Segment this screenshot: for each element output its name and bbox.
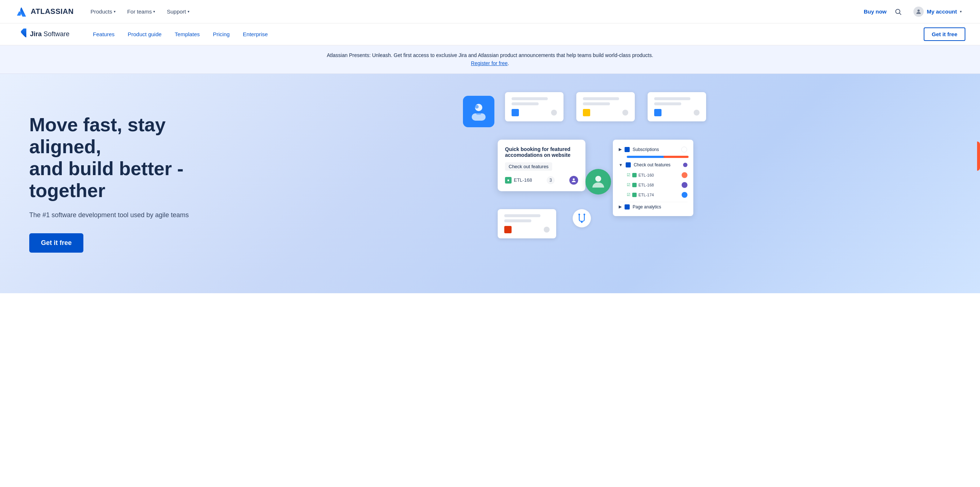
account-avatar-icon — [913, 6, 924, 17]
subscriptions-label: Subscriptions — [633, 147, 678, 152]
buy-now-link[interactable]: Buy now — [864, 8, 887, 14]
secondary-navigation: Jira Software Features Product guide Tem… — [0, 24, 980, 45]
account-button[interactable]: My account ▾ — [910, 5, 966, 19]
for-teams-chevron-icon: ▾ — [153, 10, 155, 14]
jira-software-name: Jira Software — [30, 30, 70, 38]
svg-point-0 — [896, 9, 900, 14]
announcement-text: Atlassian Presents: Unleash. Get first a… — [327, 52, 654, 58]
panel-etl-168: ☑ ETL-168 — [627, 181, 687, 189]
avatar-person-green — [585, 169, 611, 194]
nav-features[interactable]: Features — [87, 28, 120, 40]
jira-brand: Jira Software — [14, 29, 70, 40]
register-free-link[interactable]: Register for free — [471, 60, 508, 66]
products-chevron-icon: ▾ — [114, 10, 116, 14]
right-panel-card: ▶ Subscriptions ▼ Check out features — [613, 140, 693, 216]
nav-for-teams[interactable]: For teams ▾ — [122, 5, 161, 18]
panel-etl-160: ☑ ETL-160 — [627, 171, 687, 179]
top-navigation: ATLASSIAN Products ▾ For teams ▾ Support… — [0, 0, 980, 24]
etl-label: ETL-168 — [514, 177, 532, 183]
jira-card-1 — [505, 92, 563, 121]
etl-avatar — [570, 176, 578, 185]
search-button[interactable] — [892, 6, 904, 18]
panel-subscriptions-row: ▶ Subscriptions — [619, 145, 687, 154]
nav-enterprise[interactable]: Enterprise — [237, 28, 274, 40]
nav-templates[interactable]: Templates — [169, 28, 205, 40]
top-nav-right: Buy now My account ▾ — [864, 5, 966, 19]
announcement-banner: Atlassian Presents: Unleash. Get first a… — [0, 45, 980, 74]
check-features-label: Check out features — [634, 162, 680, 167]
jira-card-3 — [648, 92, 706, 121]
top-nav-links: Products ▾ For teams ▾ Support ▾ — [85, 5, 864, 18]
nav-products[interactable]: Products ▾ — [85, 5, 120, 18]
popup-card: Quick booking for featured accomodations… — [498, 140, 585, 191]
nav-pricing[interactable]: Pricing — [207, 28, 235, 40]
merge-icon — [573, 209, 591, 228]
panel-check-features-row: ▼ Check out features — [619, 161, 687, 169]
svg-line-1 — [900, 13, 901, 14]
avatar-person-blue — [463, 96, 495, 127]
page-analytics-label: Page analytics — [633, 204, 687, 210]
hero-content: Move fast, stay aligned,and build better… — [29, 114, 220, 253]
svg-point-10 — [579, 213, 580, 215]
support-chevron-icon: ▾ — [188, 10, 189, 14]
hero-headline: Move fast, stay aligned,and build better… — [29, 114, 220, 201]
svg-point-2 — [918, 10, 920, 12]
panel-etl-174: ☑ ETL-174 — [627, 191, 687, 199]
popup-label: Check out features — [505, 162, 552, 171]
nav-product-guide[interactable]: Product guide — [122, 28, 167, 40]
jira-logo-icon — [14, 29, 26, 40]
get-it-free-button-secondary[interactable]: Get it free — [924, 27, 966, 41]
jira-card-bottom — [498, 209, 556, 239]
orange-accent-bar — [977, 142, 980, 171]
svg-point-12 — [581, 221, 583, 223]
svg-rect-7 — [476, 112, 481, 115]
svg-point-9 — [595, 176, 601, 182]
account-chevron-icon: ▾ — [960, 10, 962, 14]
atlassian-logo-icon — [14, 5, 28, 18]
panel-expand-analytics-icon: ▶ — [619, 204, 622, 209]
panel-collapse-icon: ▼ — [619, 163, 623, 167]
atlassian-logo-text: ATLASSIAN — [31, 7, 73, 16]
svg-point-6 — [475, 105, 479, 108]
svg-point-13 — [682, 146, 687, 152]
etl-count: 3 — [547, 176, 555, 184]
secondary-nav-links: Features Product guide Templates Pricing… — [87, 28, 924, 40]
popup-title: Quick booking for featured accomodations… — [505, 146, 578, 158]
svg-point-8 — [573, 178, 574, 180]
hero-cta-button[interactable]: Get it free — [29, 233, 83, 253]
etl-icon: ■ — [505, 177, 512, 183]
atlassian-logo[interactable]: ATLASSIAN — [14, 5, 73, 18]
nav-support[interactable]: Support ▾ — [162, 5, 194, 18]
popup-footer: ■ ETL-168 3 — [505, 176, 578, 185]
panel-expand-icon: ▶ — [619, 147, 622, 152]
popup-etl-id: ■ ETL-168 — [505, 177, 532, 183]
svg-point-11 — [584, 213, 585, 215]
panel-page-analytics-row: ▶ Page analytics — [619, 202, 687, 211]
account-label: My account — [927, 8, 957, 14]
hero-subtext: The #1 software development tool used by… — [29, 210, 220, 220]
hero-illustration: Quick booking for featured accomodations… — [441, 89, 980, 286]
jira-card-2 — [576, 92, 635, 121]
hero-section: Move fast, stay aligned,and build better… — [0, 74, 980, 293]
